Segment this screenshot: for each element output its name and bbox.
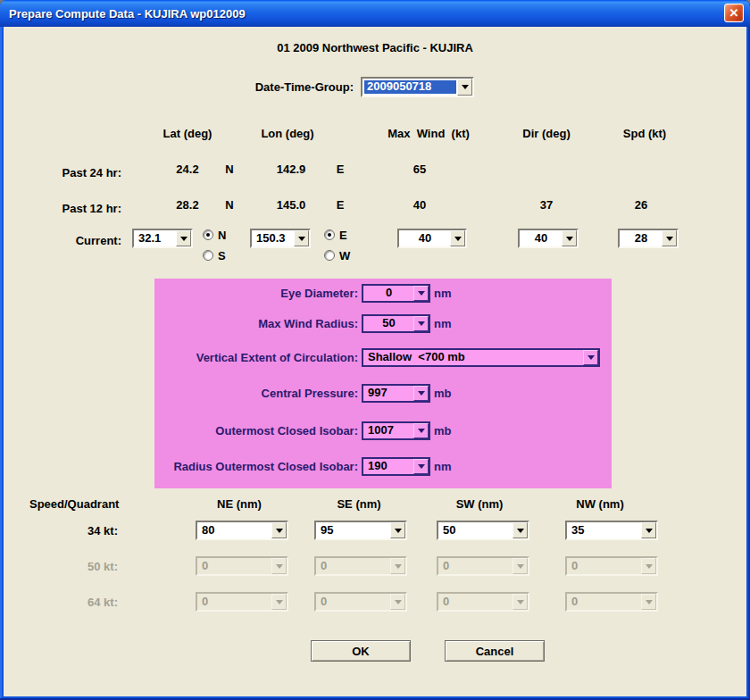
title-bar: Prepare Compute Data - KUJIRA wp012009 ✕ bbox=[0, 0, 750, 27]
current-lat-value: 32.1 bbox=[136, 230, 175, 246]
radio-west-label: W bbox=[339, 250, 350, 262]
down-arrow-icon bbox=[418, 429, 425, 433]
radius-outermost-isobar-combobox[interactable]: 190 bbox=[362, 457, 430, 476]
radio-south[interactable] bbox=[203, 250, 213, 261]
dropdown-arrow[interactable] bbox=[413, 459, 429, 474]
radio-south-label: S bbox=[218, 250, 226, 262]
current-dir-combobox[interactable]: 40 bbox=[518, 229, 579, 248]
quad-34kt-ne-value: 80 bbox=[199, 522, 271, 538]
dropdown-arrow[interactable] bbox=[662, 230, 677, 246]
down-arrow-icon bbox=[276, 564, 283, 569]
quad-header-sw: SW (nm) bbox=[435, 498, 524, 511]
dropdown-arrow bbox=[390, 594, 405, 610]
quad-34kt-sw-combobox[interactable]: 50 bbox=[437, 521, 529, 540]
max-wind-radius-unit: nm bbox=[434, 318, 452, 330]
current-lon-combobox[interactable]: 150.3 bbox=[250, 229, 311, 248]
radio-east[interactable] bbox=[324, 229, 335, 240]
close-button[interactable]: ✕ bbox=[724, 4, 744, 22]
storm-title: 01 2009 Northwest Pacific - KUJIRA bbox=[0, 42, 750, 54]
down-arrow-icon bbox=[517, 529, 524, 533]
outermost-isobar-unit: mb bbox=[434, 425, 452, 438]
current-lat-combobox[interactable]: 32.1 bbox=[132, 229, 193, 248]
dropdown-arrow[interactable] bbox=[512, 522, 528, 538]
down-arrow-icon bbox=[395, 600, 402, 604]
quad-64kt-nw-value: 0 bbox=[569, 594, 640, 610]
dropdown-arrow[interactable] bbox=[413, 423, 429, 438]
cancel-button[interactable]: Cancel bbox=[445, 640, 545, 662]
radius-outermost-isobar-value: 190 bbox=[365, 459, 412, 474]
quad-50kt-se-combobox: 0 bbox=[314, 556, 407, 576]
quad-50kt-ne-combobox: 0 bbox=[196, 556, 288, 576]
current-spd-combobox[interactable]: 28 bbox=[618, 229, 679, 248]
col-header-lon: Lon (deg) bbox=[243, 128, 332, 140]
past12-max-wind: 40 bbox=[375, 199, 464, 212]
dropdown-arrow bbox=[512, 594, 528, 610]
past24-lon-hem: E bbox=[322, 163, 358, 176]
outermost-isobar-value: 1007 bbox=[365, 423, 412, 438]
dropdown-arrow[interactable] bbox=[457, 79, 472, 96]
row-64kt-label: 64 kt: bbox=[36, 596, 118, 609]
dropdown-arrow[interactable] bbox=[450, 230, 465, 246]
quad-50kt-sw-combobox: 0 bbox=[437, 556, 529, 576]
col-header-lat: Lat (deg) bbox=[143, 128, 232, 140]
ok-button[interactable]: OK bbox=[311, 640, 411, 662]
past24-label: Past 24 hr: bbox=[27, 167, 121, 179]
central-pressure-combobox[interactable]: 997 bbox=[362, 384, 430, 403]
quad-50kt-sw-value: 0 bbox=[440, 558, 512, 574]
dropdown-arrow bbox=[641, 594, 656, 610]
close-icon: ✕ bbox=[729, 6, 739, 20]
past12-label: Past 12 hr: bbox=[27, 203, 121, 215]
quad-34kt-nw-combobox[interactable]: 35 bbox=[565, 521, 658, 540]
past12-lon-hem: E bbox=[322, 199, 358, 212]
dropdown-arrow[interactable] bbox=[413, 316, 429, 331]
quad-header-ne: NE (nm) bbox=[195, 498, 284, 511]
down-arrow-icon bbox=[298, 237, 305, 241]
down-arrow-icon bbox=[395, 529, 402, 533]
down-arrow-icon bbox=[517, 564, 524, 569]
dtg-value: 2009050718 bbox=[364, 80, 456, 94]
dropdown-arrow[interactable] bbox=[413, 386, 429, 401]
dropdown-arrow[interactable] bbox=[413, 286, 429, 301]
dropdown-arrow[interactable] bbox=[641, 522, 656, 538]
past24-lat-hem: N bbox=[212, 163, 247, 176]
eye-diameter-value: 0 bbox=[365, 286, 412, 301]
dropdown-arrow bbox=[512, 558, 528, 574]
dropdown-arrow[interactable] bbox=[583, 350, 598, 365]
quad-34kt-se-combobox[interactable]: 95 bbox=[314, 521, 407, 540]
dropdown-arrow[interactable] bbox=[176, 230, 191, 246]
central-pressure-label: Central Pressure: bbox=[154, 388, 358, 400]
quad-34kt-ne-combobox[interactable]: 80 bbox=[196, 521, 288, 540]
outermost-isobar-combobox[interactable]: 1007 bbox=[362, 421, 430, 440]
vertical-extent-combobox[interactable]: Shallow <700 mb bbox=[362, 348, 600, 367]
dropdown-arrow[interactable] bbox=[390, 522, 405, 538]
down-arrow-icon bbox=[418, 291, 425, 296]
dropdown-arrow[interactable] bbox=[562, 230, 577, 246]
current-lon-value: 150.3 bbox=[254, 230, 293, 246]
eye-diameter-combobox[interactable]: 0 bbox=[362, 284, 430, 303]
vertical-extent-label: Vertical Extent of Circulation: bbox=[154, 352, 358, 364]
current-max-wind-combobox[interactable]: 40 bbox=[397, 229, 467, 248]
down-arrow-icon bbox=[454, 237, 462, 241]
radius-outermost-isobar-unit: nm bbox=[434, 461, 452, 473]
down-arrow-icon bbox=[566, 237, 573, 241]
down-arrow-icon bbox=[395, 564, 402, 569]
past12-lat-hem: N bbox=[212, 199, 247, 212]
radio-north[interactable] bbox=[203, 229, 213, 240]
quad-34kt-sw-value: 50 bbox=[440, 522, 512, 538]
max-wind-radius-value: 50 bbox=[365, 316, 412, 331]
dropdown-arrow[interactable] bbox=[271, 522, 287, 538]
dialog-window: Prepare Compute Data - KUJIRA wp012009 ✕… bbox=[0, 0, 750, 700]
dtg-combobox[interactable]: 2009050718 bbox=[361, 77, 474, 97]
current-max-wind-value: 40 bbox=[401, 230, 449, 246]
row-50kt-label: 50 kt: bbox=[36, 561, 118, 573]
quad-34kt-nw-value: 35 bbox=[569, 522, 640, 538]
quad-64kt-sw-value: 0 bbox=[440, 594, 512, 610]
quad-64kt-nw-combobox: 0 bbox=[565, 592, 658, 612]
down-arrow-icon bbox=[462, 85, 469, 89]
current-label: Current: bbox=[27, 235, 121, 247]
dropdown-arrow[interactable] bbox=[294, 230, 309, 246]
max-wind-radius-combobox[interactable]: 50 bbox=[362, 314, 430, 333]
past12-spd: 26 bbox=[596, 199, 686, 212]
past24-max-wind: 65 bbox=[375, 163, 464, 176]
radio-west[interactable] bbox=[324, 250, 335, 261]
